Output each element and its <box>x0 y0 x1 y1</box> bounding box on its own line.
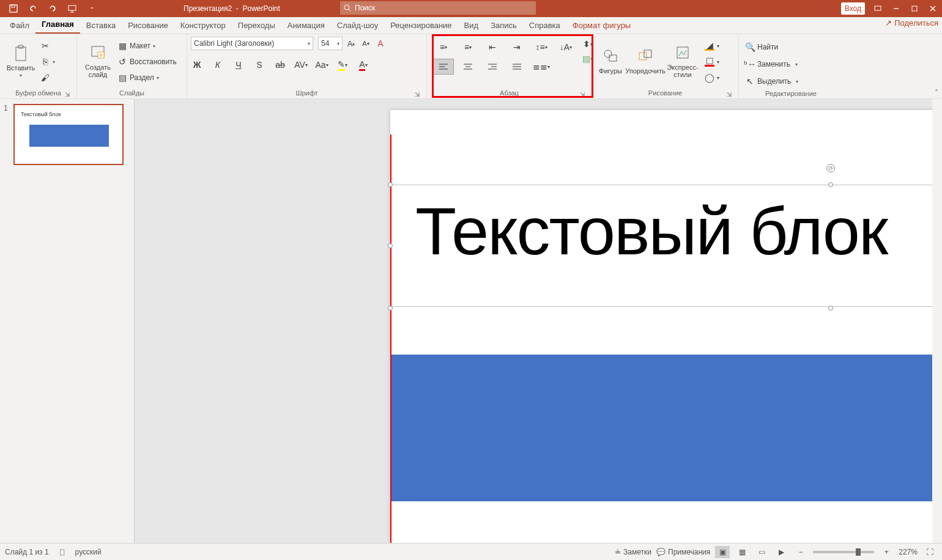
align-center-button[interactable] <box>458 59 478 75</box>
tab-view[interactable]: Вид <box>458 18 485 34</box>
replace-button[interactable]: ᵇ↔Заменить▾ <box>743 57 801 71</box>
selection-handle[interactable] <box>388 243 393 248</box>
normal-view-icon[interactable]: ▣ <box>715 546 730 558</box>
highlight-color-button[interactable]: ✎▾ <box>336 59 349 71</box>
shapes-button[interactable]: Фигуры <box>596 37 625 84</box>
tab-animations[interactable]: Анимация <box>281 18 331 34</box>
selection-handle[interactable] <box>828 182 833 187</box>
rotation-handle-icon[interactable]: ⟳ <box>826 164 835 172</box>
tab-review[interactable]: Рецензирование <box>384 18 458 34</box>
decrease-indent-button[interactable]: ⇤ <box>482 39 503 55</box>
selection-handle[interactable] <box>388 306 393 311</box>
clipboard-dialog-launcher-icon[interactable]: ⇲ <box>64 91 70 97</box>
columns-button[interactable]: ≣≣▾ <box>531 59 552 75</box>
numbering-button[interactable]: ≡▾ <box>458 39 478 55</box>
blue-rectangle-shape[interactable] <box>390 355 942 501</box>
reading-view-icon[interactable]: ▭ <box>754 546 769 558</box>
select-button[interactable]: ↖Выделить▾ <box>743 75 801 88</box>
slide-canvas[interactable]: Текстовый блок ⟳ <box>135 99 942 543</box>
new-slide-button[interactable]: Создать слайд <box>81 37 115 84</box>
drawing-dialog-launcher-icon[interactable]: ⇲ <box>726 91 732 97</box>
qat-customize-icon[interactable]: ⁼ <box>83 1 100 16</box>
font-name-combo[interactable]: Calibri Light (Заголовки)▾ <box>191 37 313 50</box>
search-box[interactable]: Поиск <box>340 1 536 15</box>
increase-indent-button[interactable]: ⇥ <box>506 39 527 55</box>
slide-counter[interactable]: Слайд 1 из 1 <box>5 548 49 556</box>
section-button[interactable]: ▤Раздел▾ <box>115 71 179 84</box>
tab-draw[interactable]: Рисование <box>122 18 174 34</box>
zoom-out-icon[interactable]: − <box>793 546 808 558</box>
notes-button[interactable]: ≐Заметки <box>615 548 651 556</box>
shape-effects-button[interactable]: ◯▾ <box>702 71 722 84</box>
shape-fill-button[interactable]: ◢▾ <box>702 39 722 53</box>
font-color-button[interactable]: A▾ <box>357 59 369 71</box>
vertical-scrollbar[interactable] <box>932 99 942 543</box>
share-button[interactable]: ↗ Поделиться <box>885 18 938 28</box>
bullets-button[interactable]: ≡▾ <box>433 39 454 55</box>
redo-icon[interactable] <box>44 1 61 16</box>
decrease-font-icon[interactable]: A▾ <box>360 37 372 50</box>
ribbon-display-icon[interactable] <box>869 0 887 17</box>
tab-help[interactable]: Справка <box>523 18 566 34</box>
language-indicator[interactable]: русский <box>75 548 102 556</box>
minimize-icon[interactable] <box>887 0 905 17</box>
format-painter-button[interactable]: 🖌 <box>38 71 57 84</box>
spellcheck-icon[interactable]: ⎕ <box>60 548 64 556</box>
tab-transitions[interactable]: Переходы <box>232 18 281 34</box>
zoom-in-icon[interactable]: + <box>879 546 894 558</box>
title-text[interactable]: Текстовый блок <box>391 185 942 265</box>
zoom-slider-thumb[interactable] <box>856 548 861 556</box>
tab-design[interactable]: Конструктор <box>174 18 232 34</box>
align-left-button[interactable] <box>433 59 454 75</box>
font-size-combo[interactable]: 54▾ <box>318 37 343 50</box>
align-right-button[interactable] <box>482 59 503 75</box>
zoom-slider[interactable] <box>813 551 874 553</box>
cut-button[interactable]: ✂ <box>38 39 57 53</box>
slideshow-view-icon[interactable]: ▶ <box>774 546 788 558</box>
italic-button[interactable]: К <box>212 59 224 71</box>
align-text-button[interactable]: ⬍▾ <box>582 39 593 49</box>
quick-styles-button[interactable]: Экспресс- стили <box>666 37 700 84</box>
increase-font-icon[interactable]: A▴ <box>345 37 357 50</box>
line-spacing-button[interactable]: ↕≡▾ <box>531 39 552 55</box>
paste-button[interactable]: Вставить ▾ <box>4 37 38 84</box>
shape-outline-button[interactable]: ☐▾ <box>702 55 722 68</box>
char-spacing-button[interactable]: A͏V▾ <box>295 59 307 71</box>
login-button[interactable]: Вход <box>841 2 865 15</box>
tab-home[interactable]: Главная <box>35 17 80 34</box>
slideshow-start-icon[interactable] <box>64 1 81 16</box>
shadow-button[interactable]: S <box>253 59 265 71</box>
tab-insert[interactable]: Вставка <box>80 18 122 34</box>
zoom-level[interactable]: 227% <box>899 548 918 556</box>
tab-file[interactable]: Файл <box>4 18 35 34</box>
justify-button[interactable] <box>506 59 527 75</box>
title-textbox[interactable]: Текстовый блок <box>390 185 942 307</box>
find-button[interactable]: 🔍Найти <box>743 40 801 54</box>
reset-button[interactable]: ↺Восстановить <box>115 55 179 68</box>
bold-button[interactable]: Ж <box>191 59 203 71</box>
tab-record[interactable]: Запись <box>484 18 523 34</box>
comments-button[interactable]: 💬Примечания <box>656 548 710 556</box>
font-dialog-launcher-icon[interactable]: ⇲ <box>414 91 420 97</box>
strikethrough-button[interactable]: ab <box>274 59 286 71</box>
thumbnail-1[interactable]: 1 Текстовый блок <box>4 104 130 165</box>
layout-button[interactable]: ▦Макет▾ <box>115 39 179 53</box>
fit-to-window-icon[interactable]: ⛶ <box>922 546 937 558</box>
collapse-ribbon-icon[interactable]: ˄ <box>935 89 938 97</box>
copy-button[interactable]: ⎘▾ <box>38 55 57 68</box>
clear-formatting-icon[interactable]: A <box>374 37 387 50</box>
slide-sorter-icon[interactable]: ▦ <box>735 546 749 558</box>
close-icon[interactable] <box>924 0 942 17</box>
selection-handle[interactable] <box>388 182 393 187</box>
change-case-button[interactable]: Aa▾ <box>316 59 328 71</box>
text-direction-button[interactable]: ↓A▾ <box>555 39 576 55</box>
tab-slideshow[interactable]: Слайд-шоу <box>331 18 384 34</box>
maximize-icon[interactable] <box>905 0 924 17</box>
undo-icon[interactable] <box>24 1 42 16</box>
tab-format-shape[interactable]: Формат фигуры <box>566 18 637 34</box>
arrange-button[interactable]: Упорядочить <box>625 37 666 84</box>
selection-handle[interactable] <box>828 306 833 311</box>
convert-smartart-button[interactable]: ▤▾ <box>582 54 593 64</box>
paragraph-dialog-launcher-icon[interactable]: ⇲ <box>579 91 585 97</box>
save-icon[interactable] <box>5 1 22 16</box>
